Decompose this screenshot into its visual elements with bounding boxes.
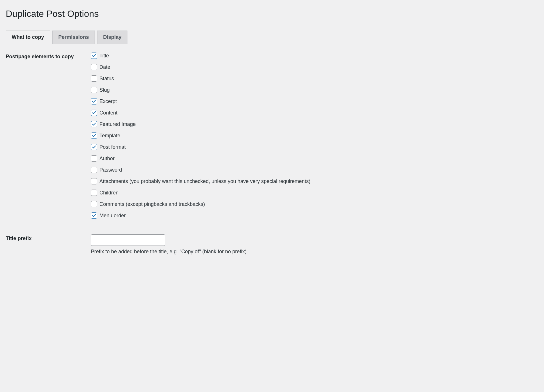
checkbox-item: Title bbox=[91, 53, 538, 59]
checkbox-label[interactable]: Slug bbox=[99, 87, 110, 93]
checkbox-label[interactable]: Featured Image bbox=[99, 121, 136, 127]
checkbox-label[interactable]: Children bbox=[99, 190, 119, 196]
checkbox-label[interactable]: Excerpt bbox=[99, 98, 117, 104]
checkbox-label[interactable]: Comments (except pingbacks and trackback… bbox=[99, 201, 205, 207]
checkbox-label[interactable]: Template bbox=[99, 133, 120, 139]
checkbox-excerpt[interactable] bbox=[91, 98, 97, 104]
tab-permissions[interactable]: Permissions bbox=[52, 31, 95, 44]
checkbox-featured[interactable] bbox=[91, 121, 97, 127]
checkbox-item: Menu order bbox=[91, 212, 538, 219]
checkbox-label[interactable]: Attachments (you probably want this unch… bbox=[99, 178, 310, 184]
checkbox-item: Content bbox=[91, 110, 538, 116]
row-title-prefix: Title prefix Prefix to be added before t… bbox=[6, 234, 538, 255]
checkbox-item: Author bbox=[91, 155, 538, 162]
tab-display[interactable]: Display bbox=[97, 31, 127, 44]
checkbox-menu[interactable] bbox=[91, 212, 97, 219]
checkbox-item: Excerpt bbox=[91, 98, 538, 104]
checkbox-label[interactable]: Content bbox=[99, 110, 117, 116]
row-label-title-prefix: Title prefix bbox=[6, 234, 91, 242]
checkbox-item: Post format bbox=[91, 144, 538, 150]
checkbox-item: Password bbox=[91, 167, 538, 173]
tabs-nav: What to copy Permissions Display bbox=[6, 31, 538, 44]
checkbox-content[interactable] bbox=[91, 110, 97, 116]
checkbox-title[interactable] bbox=[91, 53, 97, 59]
checkbox-item: Template bbox=[91, 132, 538, 139]
checkbox-item: Featured Image bbox=[91, 121, 538, 127]
title-prefix-input[interactable] bbox=[91, 234, 165, 246]
title-prefix-description: Prefix to be added before the title, e.g… bbox=[91, 249, 538, 255]
checkbox-date[interactable] bbox=[91, 64, 97, 70]
title-prefix-content: Prefix to be added before the title, e.g… bbox=[91, 234, 538, 255]
tab-what-to-copy[interactable]: What to copy bbox=[6, 31, 50, 44]
checkbox-item: Comments (except pingbacks and trackback… bbox=[91, 201, 538, 207]
checkbox-item: Date bbox=[91, 64, 538, 70]
checkbox-status[interactable] bbox=[91, 75, 97, 82]
checkbox-item: Children bbox=[91, 190, 538, 196]
row-elements-to-copy: Post/page elements to copy TitleDateStat… bbox=[6, 53, 538, 219]
form-table: Post/page elements to copy TitleDateStat… bbox=[6, 53, 538, 255]
checkbox-label[interactable]: Title bbox=[99, 53, 109, 59]
checkbox-label[interactable]: Date bbox=[99, 64, 110, 70]
checkbox-label[interactable]: Status bbox=[99, 76, 114, 82]
page-title: Duplicate Post Options bbox=[6, 6, 538, 19]
checkbox-slug[interactable] bbox=[91, 87, 97, 93]
checkbox-item: Slug bbox=[91, 87, 538, 93]
checkbox-label[interactable]: Menu order bbox=[99, 213, 126, 219]
checkbox-label[interactable]: Password bbox=[99, 167, 122, 173]
checkbox-label[interactable]: Author bbox=[99, 156, 115, 162]
checkbox-label[interactable]: Post format bbox=[99, 144, 126, 150]
row-label-elements: Post/page elements to copy bbox=[6, 53, 91, 60]
elements-checkboxes: TitleDateStatusSlugExcerptContentFeature… bbox=[91, 53, 538, 219]
checkbox-template[interactable] bbox=[91, 132, 97, 139]
checkbox-comments[interactable] bbox=[91, 201, 97, 207]
checkbox-post[interactable] bbox=[91, 144, 97, 150]
checkbox-item: Attachments (you probably want this unch… bbox=[91, 178, 538, 184]
checkbox-password[interactable] bbox=[91, 167, 97, 173]
checkbox-children[interactable] bbox=[91, 190, 97, 196]
checkbox-item: Status bbox=[91, 75, 538, 82]
checkbox-author[interactable] bbox=[91, 155, 97, 162]
checkbox-attachments[interactable] bbox=[91, 178, 97, 184]
